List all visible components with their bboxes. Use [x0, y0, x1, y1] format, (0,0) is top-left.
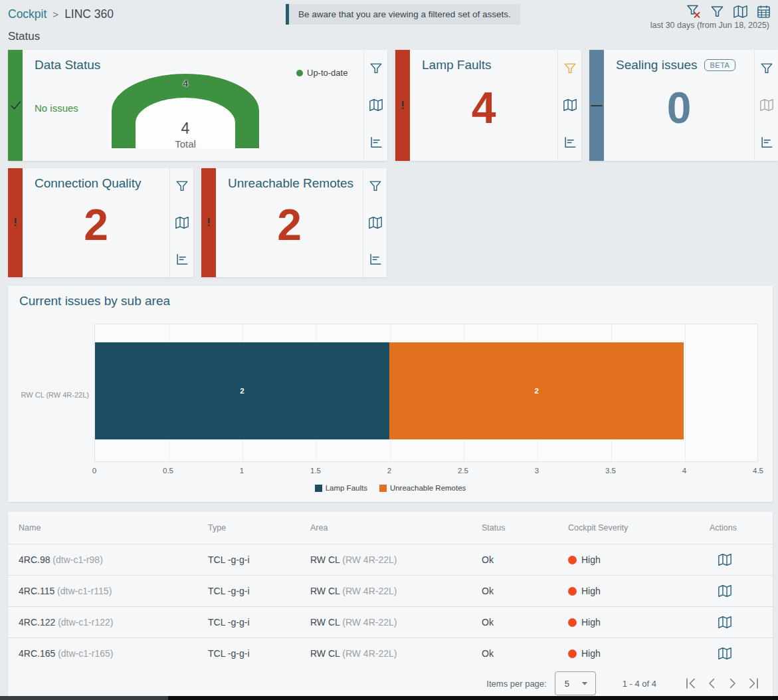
unreachable-remotes-stripe: !: [201, 168, 216, 277]
filter-icon[interactable]: [175, 179, 189, 193]
page-title: Status: [8, 30, 40, 43]
cell-severity: High: [568, 648, 710, 659]
bar-chart-icon[interactable]: [175, 252, 189, 267]
card-action-column: [754, 50, 778, 161]
column-header-severity: Cockpit Severity: [568, 523, 710, 532]
table-row: 4RC.115 (dtw-c1-r115) TCL -g-g-i RW CL (…: [8, 575, 773, 606]
gauge-total-label: Total: [112, 138, 259, 150]
connection-quality-card: ! Connection Quality 2: [8, 168, 193, 277]
legend-item-lamp-faults: Lamp Faults: [315, 484, 367, 492]
x-tick: 3: [535, 467, 539, 475]
legend-swatch: [315, 485, 322, 492]
bar-chart-icon[interactable]: [369, 135, 383, 150]
card-action-column: [557, 50, 581, 161]
bottom-scrollbar[interactable]: [0, 696, 168, 700]
table-row: 4RC.98 (dtw-c1-r98) TCL -g-g-i RW CL (RW…: [8, 544, 773, 575]
issues-by-sub-area-card: Current issues by sub area RW CL (RW 4R-…: [8, 286, 773, 502]
cell-area: RW CL (RW 4R-22L): [310, 554, 482, 565]
map-icon[interactable]: [718, 646, 773, 661]
bottom-bar: [168, 696, 778, 700]
cell-status: Ok: [482, 617, 568, 628]
map-icon[interactable]: [718, 615, 773, 630]
column-header-status: Status: [482, 523, 568, 532]
check-icon: [9, 99, 22, 112]
last-page-icon[interactable]: [745, 675, 763, 692]
lamp-faults-card: ! Lamp Faults 4: [395, 50, 581, 161]
filter-icon[interactable]: [709, 3, 725, 19]
legend-label: Unreachable Remotes: [390, 484, 466, 492]
lamp-faults-value: 4: [410, 82, 557, 133]
cell-name: 4RC.122 (dtw-c1-r122): [19, 617, 208, 628]
filter-icon[interactable]: [563, 61, 577, 76]
map-icon[interactable]: [369, 98, 383, 112]
bar-chart-icon[interactable]: [368, 252, 383, 267]
unreachable-remotes-card: ! Unreachable Remotes 2: [201, 168, 387, 277]
map-icon[interactable]: [732, 3, 748, 19]
bar-segment-unreachable-remotes: 2: [389, 342, 684, 439]
bar-chart-icon[interactable]: [563, 135, 577, 150]
filter-icon[interactable]: [369, 61, 383, 76]
gauge-arc-label: 4: [183, 78, 187, 88]
cell-name: 4RC.165 (dtw-c1-r165): [19, 648, 208, 659]
dash-icon: —: [591, 99, 603, 112]
map-icon[interactable]: [759, 98, 774, 112]
cell-type: TCL -g-g-i: [208, 586, 310, 596]
card-title: Data Status: [35, 58, 100, 72]
gauge-total-value: 4: [112, 120, 259, 138]
gauge-center: 4 Total: [112, 120, 259, 150]
exclamation-icon: !: [401, 99, 405, 112]
x-tick: 0.5: [163, 467, 173, 475]
uptodate-label: Up-to-date: [307, 68, 347, 78]
x-tick: 3.5: [605, 467, 616, 475]
pagination-range-label: 1 - 4 of 4: [623, 679, 656, 689]
unreachable-remotes-value: 2: [216, 199, 363, 250]
data-status-stripe: [8, 50, 23, 161]
map-icon[interactable]: [175, 215, 189, 230]
breadcrumb: Cockpit > LINC 360: [8, 7, 114, 21]
cell-type: TCL -g-g-i: [208, 648, 310, 659]
card-title: Connection Quality: [35, 176, 142, 191]
chart-category-label: RW CL (RW 4R-22L): [19, 391, 89, 399]
breadcrumb-link-cockpit[interactable]: Cockpit: [8, 7, 47, 21]
bar-chart-icon[interactable]: [759, 135, 774, 150]
cell-area: RW CL (RW 4R-22L): [310, 617, 482, 628]
card-title: Unreachable Remotes: [228, 176, 353, 191]
clear-filter-icon[interactable]: [686, 3, 702, 19]
map-icon[interactable]: [368, 215, 383, 230]
filter-icon[interactable]: [759, 61, 774, 76]
filter-icon[interactable]: [368, 179, 383, 193]
map-icon[interactable]: [718, 552, 773, 567]
x-tick: 1: [240, 467, 244, 475]
column-header-actions: Actions: [710, 523, 773, 532]
next-page-icon[interactable]: [724, 675, 741, 692]
sealing-issues-stripe: —: [589, 50, 604, 161]
table-row: 4RC.122 (dtw-c1-r122) TCL -g-g-i RW CL (…: [8, 606, 773, 638]
map-icon[interactable]: [563, 98, 577, 112]
column-header-area: Area: [310, 523, 482, 532]
header-toolbar: [686, 3, 771, 19]
previous-page-icon[interactable]: [703, 675, 720, 692]
cell-status: Ok: [482, 586, 568, 596]
cell-status: Ok: [482, 648, 568, 659]
pagination-nav: [682, 675, 763, 692]
chart-plot-area: 2 2: [94, 324, 758, 462]
date-range-label: last 30 days (from Jun 18, 2025): [650, 21, 769, 30]
cell-severity: High: [568, 554, 710, 565]
table-row: 4RC.165 (dtw-c1-r165) TCL -g-g-i RW CL (…: [8, 638, 773, 669]
beta-badge: BETA: [704, 59, 736, 71]
chart-title: Current issues by sub area: [19, 294, 170, 308]
card-title: Sealing issues BETA: [616, 58, 735, 72]
map-icon[interactable]: [718, 584, 773, 598]
x-tick: 4.5: [753, 467, 763, 475]
x-tick: 2.5: [458, 467, 468, 475]
cell-status: Ok: [482, 554, 568, 565]
page-size-select[interactable]: 5: [555, 671, 596, 695]
data-status-gauge: 4 4 Total: [112, 74, 259, 148]
breadcrumb-current: LINC 360: [64, 7, 114, 21]
calendar-icon[interactable]: [755, 3, 771, 19]
legend-swatch: [379, 485, 387, 492]
first-page-icon[interactable]: [682, 675, 699, 692]
status-text: No issues: [35, 102, 78, 114]
cell-actions: [710, 552, 773, 567]
card-title-text: Sealing issues: [616, 58, 698, 72]
